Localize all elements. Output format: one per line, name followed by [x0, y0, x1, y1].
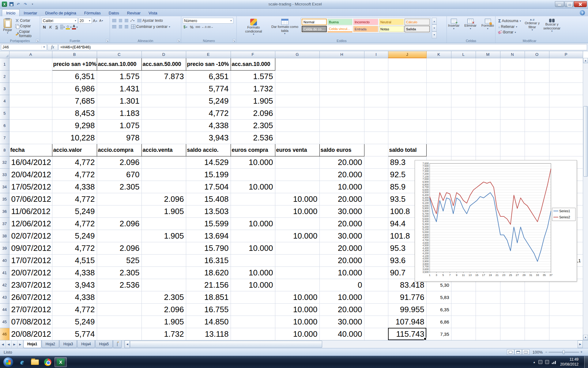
row-header-40[interactable]: 40: [0, 254, 9, 266]
cell-D46[interactable]: 1.732: [141, 328, 186, 340]
style-entrada[interactable]: Entrada: [353, 26, 378, 32]
cell-P6[interactable]: [549, 119, 583, 132]
row-header-32[interactable]: 32: [0, 156, 9, 168]
cell-P43[interactable]: [549, 291, 583, 303]
cell-G36[interactable]: 10.000: [275, 205, 319, 217]
cell-A44[interactable]: 27/07/2012: [9, 303, 52, 316]
cell-M45[interactable]: [476, 316, 500, 328]
first-sheet-icon[interactable]: ◀: [0, 340, 6, 348]
tab-datos[interactable]: Datos: [105, 10, 123, 16]
cell-H34[interactable]: 10.000: [319, 181, 364, 193]
cell-B43[interactable]: 4,338: [52, 291, 97, 303]
qat-dropdown-icon[interactable]: ▼: [30, 2, 35, 7]
cell-I39[interactable]: [364, 242, 388, 254]
cell-B8[interactable]: accio.valor: [52, 144, 97, 156]
cell-N1[interactable]: [500, 58, 525, 70]
cell-N4[interactable]: [500, 95, 525, 107]
wrap-text-button[interactable]: Ajustar texto: [136, 18, 164, 23]
cell-F43[interactable]: [231, 291, 275, 303]
cell-B44[interactable]: 4,772: [52, 303, 97, 316]
cell-H41[interactable]: 10.000: [319, 266, 364, 279]
cell-B2[interactable]: 6,351: [52, 70, 97, 82]
style-celda-de-comprobacion[interactable]: Celda de co...: [302, 26, 327, 32]
cell-C43[interactable]: [97, 291, 141, 303]
cell-K43[interactable]: 5,83: [426, 291, 451, 303]
help-icon[interactable]: ?: [580, 10, 585, 15]
cell-D44[interactable]: 2.096: [141, 303, 186, 316]
cell-A2[interactable]: [9, 70, 52, 82]
cell-A39[interactable]: 09/07/2012: [9, 242, 52, 254]
cell-I3[interactable]: [364, 82, 388, 95]
cell-B39[interactable]: 4,772: [52, 242, 97, 254]
cell-F32[interactable]: 10.000: [231, 156, 275, 168]
cell-J4[interactable]: [388, 95, 426, 107]
cell-H5[interactable]: [319, 107, 364, 119]
copy-button[interactable]: Copiar: [14, 23, 38, 29]
gallery-scroll-up-icon[interactable]: ▲: [432, 18, 437, 25]
shrink-font-button[interactable]: A▼: [99, 18, 104, 24]
cell-P44[interactable]: [549, 303, 583, 316]
cell-O43[interactable]: [525, 291, 549, 303]
column-header-E[interactable]: E: [186, 51, 231, 58]
cell-F1[interactable]: acc.san.10.000: [231, 58, 275, 70]
row-header-34[interactable]: 34: [0, 181, 9, 193]
cell-O7[interactable]: [525, 132, 549, 144]
page-layout-view-button[interactable]: [514, 349, 522, 355]
cell-D6[interactable]: [141, 119, 186, 132]
cell-O3[interactable]: [525, 82, 549, 95]
style-neutral[interactable]: Neutral: [379, 19, 404, 25]
style-notas[interactable]: Notas: [379, 26, 404, 32]
row-header-33[interactable]: 33: [0, 168, 9, 181]
cell-P8[interactable]: [549, 144, 583, 156]
cell-A4[interactable]: [9, 95, 52, 107]
cell-P4[interactable]: [549, 95, 583, 107]
cell-B34[interactable]: 4,338: [52, 181, 97, 193]
cell-A40[interactable]: 17/07/2012: [9, 254, 52, 266]
cell-E35[interactable]: 15.408: [186, 193, 231, 205]
cell-E46[interactable]: 13.118: [186, 328, 231, 340]
cell-D8[interactable]: accio.venta: [141, 144, 186, 156]
select-all-corner[interactable]: [0, 51, 9, 58]
cell-G46[interactable]: 10.000: [275, 328, 319, 340]
cell-B1[interactable]: precio san +10%: [52, 58, 97, 70]
cell-C5[interactable]: 1.183: [97, 107, 141, 119]
cell-D43[interactable]: 2.305: [141, 291, 186, 303]
scroll-left-icon[interactable]: ◀: [125, 340, 130, 348]
row-header-6[interactable]: 6: [0, 119, 9, 132]
cell-E38[interactable]: 13.694: [186, 230, 231, 242]
zoom-level[interactable]: 100%: [533, 350, 543, 355]
cell-A5[interactable]: [9, 107, 52, 119]
cell-D37[interactable]: [141, 217, 186, 230]
autosum-button[interactable]: ΣAutosuma▼: [497, 18, 522, 24]
cell-N3[interactable]: [500, 82, 525, 95]
find-select-button[interactable]: Buscar y seleccionar▼: [542, 18, 562, 33]
column-header-P[interactable]: P: [549, 51, 583, 58]
cell-A8[interactable]: fecha: [9, 144, 52, 156]
cell-H38[interactable]: 30.000: [319, 230, 364, 242]
cell-C46[interactable]: [97, 328, 141, 340]
insert-function-icon[interactable]: fx: [47, 44, 58, 50]
portapapeles-dialog-launcher[interactable]: ↘: [36, 39, 39, 42]
cell-A38[interactable]: 02/07/2012: [9, 230, 52, 242]
cell-P5[interactable]: [549, 107, 583, 119]
cell-K7[interactable]: [426, 132, 451, 144]
cell-I44[interactable]: [364, 303, 388, 316]
cell-C41[interactable]: 2.305: [97, 266, 141, 279]
cell-G35[interactable]: 10.000: [275, 193, 319, 205]
number-format-combo[interactable]: Número▼: [183, 18, 233, 24]
cell-O4[interactable]: [525, 95, 549, 107]
cell-E36[interactable]: 13.503: [186, 205, 231, 217]
cell-F8[interactable]: euros compra: [231, 144, 275, 156]
cell-I2[interactable]: [364, 70, 388, 82]
cell-I6[interactable]: [364, 119, 388, 132]
cell-K2[interactable]: [426, 70, 451, 82]
formula-input[interactable]: =H46+(E46*B46): [58, 44, 587, 50]
row-header-35[interactable]: 35: [0, 193, 9, 205]
cell-E5[interactable]: 4,772: [186, 107, 231, 119]
delete-cells-button[interactable]: Eliminar▼: [463, 18, 478, 31]
cell-C40[interactable]: 525: [97, 254, 141, 266]
cell-L45[interactable]: [451, 316, 476, 328]
column-header-M[interactable]: M: [476, 51, 500, 58]
cell-A43[interactable]: 26/07/2012: [9, 291, 52, 303]
cell-E45[interactable]: 14.850: [186, 316, 231, 328]
